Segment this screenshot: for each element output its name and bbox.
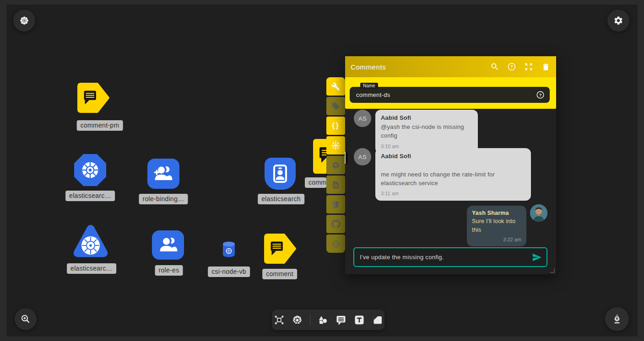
zoom-button[interactable] xyxy=(15,308,37,330)
pen-nib-icon xyxy=(611,313,623,325)
pen-tool-button[interactable] xyxy=(605,307,629,331)
toolbar-braces-button[interactable]: {} xyxy=(326,117,345,135)
panel-title: Comments xyxy=(351,63,490,71)
palette-comment-button[interactable] xyxy=(335,314,347,326)
name-input-wrap: Name ? xyxy=(350,87,550,103)
id-badge-icon xyxy=(269,162,291,185)
toolbar-doc-search-button[interactable] xyxy=(326,176,345,194)
app-window: comment-pm elasticsearc… xyxy=(0,0,644,341)
svg-text:?: ? xyxy=(510,64,513,69)
trash-icon xyxy=(541,63,550,71)
avatar-initials: AS xyxy=(358,115,367,122)
toolbar-github-button[interactable] xyxy=(326,215,345,233)
panel-delete-button[interactable] xyxy=(541,62,551,72)
node-comment[interactable] xyxy=(264,233,297,265)
node-label: role-binding… xyxy=(139,194,188,204)
message-time: 3:11 am xyxy=(381,191,525,196)
message-text: @yash the csi-node is missing config xyxy=(381,123,472,140)
image-icon xyxy=(372,314,383,325)
node-csi-node-vb[interactable] xyxy=(222,241,236,258)
panel-help-button[interactable]: ? xyxy=(507,62,517,72)
toolbar-gear-button[interactable] xyxy=(326,156,345,174)
github-icon xyxy=(331,219,341,229)
help-icon: ? xyxy=(536,91,545,99)
palette-image-button[interactable] xyxy=(372,314,384,326)
name-help-button[interactable]: ? xyxy=(536,91,545,99)
node-elasticsearch-triangle[interactable] xyxy=(71,223,110,259)
message-text: me might need to change the rate-limit f… xyxy=(381,170,525,187)
comment-marker-icon xyxy=(77,82,110,114)
comments-panel: Comments ? xyxy=(345,56,556,274)
kubernetes-icon xyxy=(292,314,303,325)
text-icon xyxy=(354,314,365,325)
node-role-es[interactable] xyxy=(152,230,184,260)
toolbar-history-button[interactable] xyxy=(326,234,345,253)
avatar-aabid-sofi: AS xyxy=(354,110,371,127)
svg-text:?: ? xyxy=(539,93,542,97)
wrench-icon xyxy=(331,82,340,91)
storage-cylinder-icon xyxy=(222,241,236,258)
panel-search-button[interactable] xyxy=(490,62,500,72)
avatar-aabid-sofi: AS xyxy=(354,148,371,165)
message-bubble[interactable]: Aabid Sofi me might need to change the r… xyxy=(375,148,531,201)
send-icon xyxy=(532,252,542,262)
node-label: comment-pm xyxy=(77,120,123,131)
message-author: Aabid Sofi xyxy=(381,153,525,160)
panel-expand-button[interactable] xyxy=(524,62,534,72)
toolbar-divider xyxy=(310,314,310,326)
mesh-hub-icon xyxy=(331,141,341,150)
expand-icon xyxy=(524,62,533,71)
gear-icon xyxy=(331,161,340,170)
node-label: elasticsearc… xyxy=(65,191,115,201)
toolbar-mesh-button[interactable] xyxy=(326,136,345,155)
node-label: role-es xyxy=(155,265,183,276)
toolbar-wrench-button[interactable] xyxy=(326,77,345,96)
node-label: comm xyxy=(305,177,326,188)
node-elasticsearch-serviceaccount[interactable] xyxy=(265,158,296,190)
node-label: csi-node-vb xyxy=(208,266,250,277)
node-comment-pm[interactable] xyxy=(77,82,110,114)
node-label: comment xyxy=(262,269,297,279)
kubernetes-triangle-icon xyxy=(71,223,110,259)
message-author: Yash Sharma xyxy=(472,210,521,216)
message-bubble[interactable]: Aabid Sofi @yash the csi-node is missing… xyxy=(375,110,478,154)
resize-grip[interactable] xyxy=(550,268,555,273)
palette-kubernetes-button[interactable] xyxy=(292,314,303,326)
name-field-label: Name xyxy=(360,83,378,89)
kubernetes-wheel-icon xyxy=(78,158,102,182)
toolbar-tag-button[interactable] xyxy=(326,97,345,115)
node-role-binding[interactable] xyxy=(147,159,179,189)
name-input[interactable] xyxy=(350,91,536,98)
comment-input[interactable] xyxy=(354,254,532,261)
avatar-yash-sharma xyxy=(530,204,547,222)
comment-composer xyxy=(353,247,547,267)
message-bubble[interactable]: Yash Sharma Sure I'll look into this 3:2… xyxy=(467,206,526,246)
diagram-canvas[interactable]: comment-pm elasticsearc… xyxy=(6,5,638,336)
palette-flowchart-button[interactable] xyxy=(273,314,285,326)
portrait-photo xyxy=(530,204,547,222)
avatar-initials: AS xyxy=(358,154,367,160)
palette-shapes-button[interactable] xyxy=(317,314,329,326)
role-binding-icon xyxy=(152,163,174,185)
node-label: elasticsearc… xyxy=(67,263,116,274)
braces-icon: {} xyxy=(332,121,340,130)
toolbar-shield-button[interactable] xyxy=(326,195,345,213)
send-button[interactable] xyxy=(532,252,542,262)
doc-search-icon xyxy=(331,181,340,189)
message-text: Sure I'll look into this xyxy=(472,217,521,234)
comment-marker-icon xyxy=(264,233,297,265)
gear-icon xyxy=(613,16,623,26)
flowchart-icon xyxy=(274,314,285,325)
role-icon xyxy=(157,234,179,256)
comments-panel-header[interactable]: Comments ? xyxy=(345,56,556,77)
app-menu-button[interactable] xyxy=(13,10,35,32)
settings-button[interactable] xyxy=(607,10,629,32)
zoom-in-icon xyxy=(20,314,31,325)
history-clock-icon xyxy=(331,240,340,248)
node-elasticsearch-octagon[interactable] xyxy=(74,154,106,186)
search-icon xyxy=(490,62,499,71)
shapes-icon xyxy=(317,314,328,325)
palette-text-button[interactable] xyxy=(353,314,365,326)
flower-icon xyxy=(19,16,29,26)
node-action-toolbar: {} xyxy=(326,77,345,253)
